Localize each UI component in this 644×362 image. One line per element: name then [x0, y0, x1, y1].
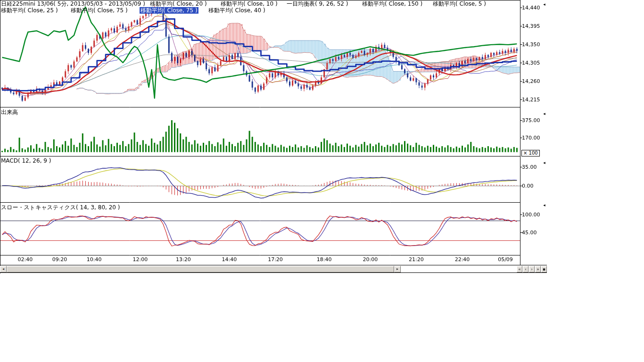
x-axis-label: 17:20: [268, 256, 283, 263]
y-axis-label: 45.00: [522, 230, 537, 236]
nav-next-button[interactable]: ›: [529, 266, 535, 272]
macd-panel-title[interactable]: MACD( 12, 26, 9 ): [1, 157, 51, 164]
chart-application-window: 日経225mini 13/06( 5分, 2013/05/03 - 2013/0…: [0, 0, 644, 362]
scrollbar-thumb[interactable]: [7, 266, 394, 272]
chart-canvas[interactable]: [0, 0, 547, 273]
nav-prev-button[interactable]: ‹: [523, 266, 528, 272]
y-axis-label: 375.00: [522, 117, 540, 123]
x-axis-label: 14:40: [222, 256, 237, 263]
mode-icon: ▪: [543, 267, 545, 272]
legend-item[interactable]: 移動平均( Close, 40 ): [208, 7, 265, 14]
first-page-icon: «: [518, 267, 521, 272]
next-page-icon: ›: [531, 267, 533, 272]
y-axis-label: 14,350: [522, 41, 540, 48]
scrollbar-left-button[interactable]: ◂: [0, 266, 7, 272]
legend-item[interactable]: 移動平均( Close, 75 ): [71, 7, 128, 14]
legend-item[interactable]: 移動平均( Close, 150 ): [362, 0, 422, 7]
x-axis-label: 20:00: [363, 256, 378, 263]
x-axis-label: 21:20: [409, 256, 424, 263]
y-axis-label: 14,305: [522, 60, 540, 66]
legend-item[interactable]: 移動平均( Close, 25 ): [1, 7, 58, 14]
y-axis-label: 0.00: [522, 183, 534, 189]
scroll-right-icon: ▸: [396, 267, 398, 271]
y-axis-label: 14,395: [522, 23, 540, 29]
scroll-left-icon: ◂: [2, 267, 4, 271]
x-axis-label: 02:40: [17, 256, 33, 263]
legend-item[interactable]: 日経225mini 13/06( 5分, 2013/05/03 - 2013/0…: [1, 0, 145, 7]
nav-last-button[interactable]: »: [535, 266, 541, 272]
scrollbar-right-button[interactable]: ▸: [394, 266, 401, 272]
y-axis-label: 14,260: [522, 78, 540, 84]
y-axis-label: 14,215: [522, 97, 540, 103]
volume-multiplier-badge: × 100: [521, 150, 540, 156]
nav-first-button[interactable]: «: [517, 266, 522, 272]
x-axis-label: 13:20: [176, 256, 191, 263]
y-axis-label: 35.00: [522, 164, 537, 170]
y-axis-label: 100.00: [522, 212, 540, 218]
stoch-panel-scroll-icon[interactable]: ◂: [542, 203, 547, 208]
legend-item[interactable]: 移動平均( Close, 10 ): [221, 0, 278, 7]
y-axis-label: 170.00: [522, 135, 540, 141]
bottom-nav-cluster: « ‹ › » ▪: [517, 266, 547, 272]
price-panel-scroll-icon[interactable]: ◂: [542, 2, 547, 7]
x-axis-label: 22:40: [455, 256, 470, 263]
last-page-icon: »: [537, 267, 539, 272]
volume-panel-scroll-icon[interactable]: ◂: [542, 111, 547, 116]
x-axis-label: 12:00: [132, 256, 148, 263]
legend-item[interactable]: 移動平均( Close, 20 ): [150, 0, 207, 7]
nav-mode-button[interactable]: ▪: [541, 266, 547, 272]
macd-panel-scroll-icon[interactable]: ◂: [542, 160, 547, 165]
x-axis-label: 10:40: [87, 256, 102, 263]
x-axis-label: 18:40: [317, 256, 332, 263]
legend-item[interactable]: 一目均衡表( 9, 26, 52 ): [287, 0, 348, 7]
legend-item[interactable]: 移動平均( Close, 5 ): [433, 0, 486, 7]
stochastics-panel-title[interactable]: スロー・ストキャスティクス( 14, 3, 80, 20 ): [1, 204, 120, 212]
prev-page-icon: ‹: [525, 267, 527, 272]
y-axis-label: 14,440: [522, 5, 540, 11]
x-axis-label: 05/09: [498, 256, 513, 263]
volume-panel-title[interactable]: 出来高: [1, 108, 18, 116]
legend-item[interactable]: 移動平均( Close, 75 ): [140, 7, 198, 14]
x-axis-label: 09:20: [52, 256, 67, 263]
